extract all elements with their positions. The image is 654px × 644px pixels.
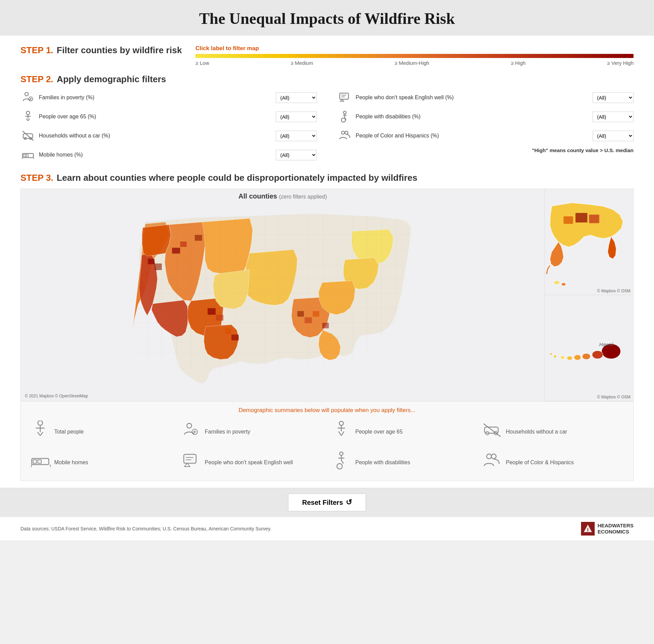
median-note: "High" means county value > U.S. median [532, 147, 634, 153]
logo-icon [581, 522, 595, 536]
svg-rect-66 [589, 215, 599, 223]
step3-label: STEP 3. [20, 173, 53, 183]
svg-point-73 [574, 355, 581, 360]
alaska-inset: © Mapbox © OSM [545, 189, 633, 295]
page-title: The Unequal Impacts of Wildfire Risk [7, 10, 647, 28]
filter-poc-label: People of Color and Hispanics (%) [356, 133, 589, 139]
filter-row-disability: People with disabilities (%) (All)HighLo… [337, 109, 634, 124]
alaska-svg [545, 189, 633, 295]
svg-point-105 [340, 452, 343, 455]
svg-point-68 [554, 281, 560, 284]
footer: Data sources: USDA Forest Service, Wildf… [0, 517, 654, 540]
risk-labels: ≥ Low ≥ Medium ≥ Medium-High ≥ High ≥ Ve… [195, 60, 634, 66]
filter-row-poverty: Families in poverty (%) (All)HighLow [20, 90, 317, 105]
demo-poc-icon [483, 452, 501, 473]
filter-row-mobile: Mobile homes (%) (All)HighLow [20, 147, 317, 162]
risk-medium[interactable]: ≥ Medium [291, 60, 313, 66]
filter-right: People who don't speak English well (%) … [337, 90, 634, 166]
risk-very-high[interactable]: ≥ Very High [607, 60, 634, 66]
demo-disability-icon [332, 451, 351, 474]
demo-item-english: People who don't speak English well [182, 451, 322, 474]
svg-text:Hawaii: Hawaii [599, 342, 614, 347]
main-container: The Unequal Impacts of Wildfire Risk STE… [0, 0, 654, 540]
svg-rect-59 [225, 328, 231, 334]
filter-mobile-select[interactable]: (All)HighLow [276, 150, 317, 160]
demo-item-nocar: Households without a car [483, 421, 623, 443]
svg-rect-97 [32, 458, 49, 465]
risk-medium-high[interactable]: ≥ Medium-High [395, 60, 429, 66]
svg-line-16 [22, 158, 23, 159]
svg-rect-55 [180, 241, 187, 247]
demo-poc-label: People of Color & Hispanics [506, 459, 574, 466]
demo-mobile-icon [31, 453, 49, 472]
svg-rect-98 [33, 460, 36, 463]
demo-nocar-label: Households without a car [506, 429, 567, 435]
demo-age65-label: People over age 65 [355, 429, 403, 435]
risk-high[interactable]: ≥ High [511, 60, 525, 66]
demo-item-poverty: Families in poverty [182, 421, 322, 443]
click-label: Click label to filter map [195, 45, 634, 52]
demo-poverty-label: Families in poverty [205, 429, 250, 435]
demo-message: Demographic summaries below will populat… [31, 407, 623, 414]
filter-row-age65: People over age 65 (%) (All)HighLow [20, 109, 317, 124]
svg-rect-99 [38, 460, 41, 463]
risk-gradient-bar [195, 54, 634, 58]
svg-point-4 [26, 111, 30, 115]
svg-rect-79 [38, 421, 43, 425]
svg-line-92 [341, 431, 344, 436]
map-copyright: © 2021 Mapbox © OpenStreetMap [25, 394, 88, 398]
age65-icon [20, 109, 35, 124]
title-section: The Unequal Impacts of Wildfire Risk [0, 0, 654, 35]
svg-point-69 [562, 283, 566, 286]
logo-text: HEADWATERS ECONOMICS [597, 523, 634, 535]
demo-item-poc: People of Color & Hispanics [483, 451, 623, 474]
svg-point-108 [487, 454, 491, 459]
svg-point-24 [345, 131, 348, 134]
svg-point-21 [343, 111, 346, 114]
risk-low[interactable]: ≥ Low [195, 60, 209, 66]
reset-section: Reset Filters ↺ [0, 488, 654, 517]
demo-english-icon [182, 452, 200, 473]
filter-poverty-select[interactable]: (All)HighLow [276, 92, 317, 103]
hawaii-svg: Hawaii [545, 295, 633, 401]
filter-english-label: People who don't speak English well (%) [356, 94, 589, 101]
svg-point-84 [187, 423, 192, 428]
risk-filter-section: Click label to filter map ≥ Low ≥ Medium… [195, 45, 634, 66]
hawaii-inset: Hawaii © Mapbox © OSM [545, 295, 633, 401]
filter-row-nocar: Households without a car (%) (All)HighLo… [20, 128, 317, 143]
filter-english-select[interactable]: (All)HighLow [593, 92, 634, 103]
reset-button[interactable]: Reset Filters ↺ [288, 494, 366, 511]
hawaii-copyright: © Mapbox © OSM [597, 395, 630, 399]
demo-nocar-icon [483, 422, 501, 441]
svg-line-83 [40, 432, 43, 436]
step2-label: STEP 2. [20, 74, 53, 85]
svg-line-82 [38, 432, 40, 436]
svg-rect-63 [313, 311, 319, 317]
svg-point-76 [554, 355, 556, 358]
svg-rect-62 [304, 317, 312, 323]
filter-disability-select[interactable]: (All)HighLow [593, 112, 634, 122]
map-main: All counties (zero filters applied) [21, 189, 545, 401]
svg-point-77 [550, 353, 552, 355]
demo-mobile-label: Mobile homes [54, 459, 88, 466]
step1-row: STEP 1. Filter counties by wildfire risk… [20, 45, 634, 66]
step1-label: STEP 1. [20, 45, 53, 56]
svg-line-17 [33, 158, 34, 159]
filter-row-english: People who don't speak English well (%) … [337, 90, 634, 105]
svg-rect-18 [340, 93, 348, 99]
svg-point-88 [339, 421, 343, 425]
demo-item-total: Total people [31, 421, 172, 443]
svg-rect-58 [216, 315, 223, 321]
svg-point-71 [592, 351, 603, 359]
map-title: All counties (zero filters applied) [21, 189, 545, 202]
filters-grid: Families in poverty (%) (All)HighLow Peo… [20, 90, 634, 166]
svg-rect-14 [24, 155, 26, 157]
demo-disability-label: People with disabilities [355, 459, 410, 466]
us-map-svg [21, 202, 545, 400]
filter-age65-select[interactable]: (All)HighLow [276, 112, 317, 122]
step2-desc: Apply demographic filters [57, 74, 166, 85]
svg-rect-64 [322, 323, 329, 328]
nocar-icon [20, 128, 35, 143]
filter-nocar-select[interactable]: (All)HighLow [276, 131, 317, 141]
filter-poc-select[interactable]: (All)HighLow [593, 131, 634, 141]
